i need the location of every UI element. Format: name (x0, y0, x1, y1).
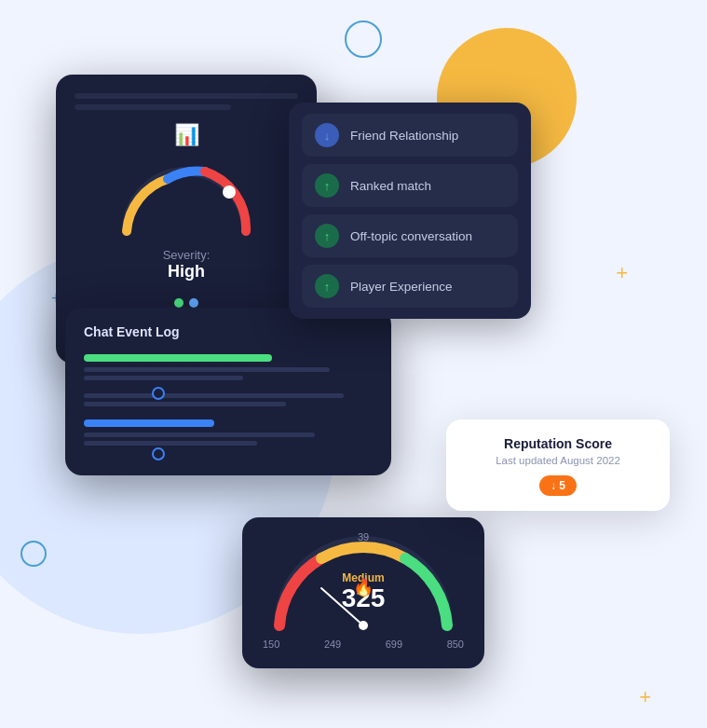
reputation-card: Reputation Score Last updated August 202… (446, 419, 670, 511)
cat-label-ranked: Ranked match (350, 179, 431, 193)
severity-value: High (75, 262, 298, 282)
bg-circle-outline-bottom (20, 541, 47, 567)
severity-dots (75, 298, 298, 308)
score-gauge-wrapper: 🔥 Medium 325 (270, 532, 456, 635)
chat-row-1 (84, 354, 373, 380)
score-tick-39: 39 (358, 531, 369, 543)
severity-text: Severity: (75, 248, 298, 262)
severity-label: Severity: High (75, 248, 298, 282)
score-center: 🔥 Medium 325 (342, 571, 386, 613)
cat-icon-up-offtopic: ↑ (315, 224, 339, 248)
chart-icon: 📊 (75, 123, 298, 147)
chat-bar-gray-4 (84, 402, 286, 406)
card-top-bar-2 (75, 104, 231, 110)
category-item-ranked: ↑ Ranked match (302, 164, 518, 207)
score-tick-249: 249 (324, 639, 341, 650)
reputation-title: Reputation Score (465, 436, 651, 451)
dot-green (174, 298, 184, 308)
score-tick-699: 699 (386, 639, 402, 650)
categories-card: ↓ Friend Relationship ↑ Ranked match ↑ O… (289, 103, 531, 319)
cat-label-friend: Friend Relationship (350, 129, 458, 143)
chat-log-card: Chat Event Log (65, 308, 391, 475)
chat-row-3 (84, 419, 373, 446)
score-tick-850: 850 (447, 639, 464, 650)
chat-bar-green (84, 354, 272, 362)
severity-gauge (112, 157, 261, 240)
plus-decoration-top: + (616, 261, 628, 285)
category-item-offtopic: ↑ Off-topic conversation (302, 214, 518, 257)
chat-bar-gray-6 (84, 441, 257, 446)
category-item-experience: ↑ Player Experience (302, 265, 518, 308)
svg-point-2 (359, 621, 368, 630)
reputation-badge: ↓ 5 (539, 475, 577, 496)
plus-decoration-bottom: + (639, 685, 651, 709)
connector-dot-1 (152, 387, 165, 400)
svg-point-0 (223, 185, 236, 199)
chat-bar-gray-1 (84, 367, 330, 372)
cat-label-offtopic: Off-topic conversation (350, 229, 472, 243)
connector-dot-2 (152, 447, 165, 460)
chat-bar-gray-2 (84, 376, 243, 380)
score-icon: 🔥 (353, 577, 374, 598)
score-tick-150: 150 (263, 639, 279, 650)
score-ticks-outer: 150 249 39 699 850 (261, 639, 466, 650)
cat-label-experience: Player Experience (350, 280, 453, 294)
category-item-friend: ↓ Friend Relationship (302, 114, 518, 157)
chat-bar-gray-3 (84, 393, 344, 398)
card-top-bar (75, 93, 298, 99)
chat-bar-blue (84, 419, 214, 427)
cat-icon-up-experience: ↑ (315, 274, 339, 298)
cat-icon-down-friend: ↓ (315, 123, 339, 147)
cat-icon-up-ranked: ↑ (315, 173, 339, 198)
bg-circle-outline-top (345, 21, 382, 58)
chat-bar-gray-5 (84, 433, 315, 437)
gauge-svg (112, 157, 261, 240)
score-card: 🔥 Medium 325 150 249 39 699 850 (242, 517, 484, 668)
dot-blue (189, 298, 198, 308)
chat-log-title: Chat Event Log (84, 324, 373, 339)
chat-row-2 (84, 393, 373, 406)
reputation-subtitle: Last updated August 2022 (465, 455, 651, 466)
